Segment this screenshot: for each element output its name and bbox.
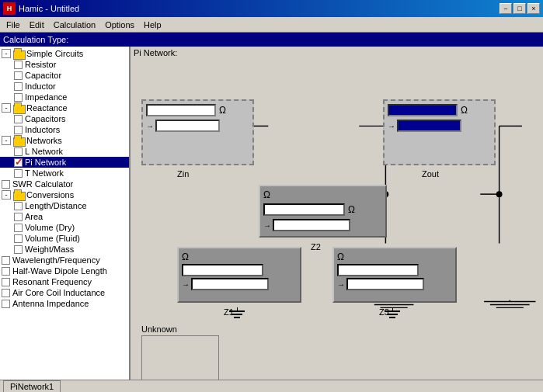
z3-input-2[interactable] — [346, 278, 424, 290]
checkbox-icon[interactable] — [14, 234, 23, 243]
tree-conversions[interactable]: - Conversions — [0, 189, 129, 200]
tree-resonant[interactable]: Resonant Frequency — [0, 276, 129, 287]
arrow-icon: → — [182, 280, 190, 289]
tree-weight[interactable]: Weight/Mass — [0, 244, 129, 255]
ohm-label: Ω — [219, 105, 226, 116]
menu-calculation[interactable]: Calculation — [49, 19, 100, 31]
checkbox-icon[interactable] — [14, 93, 23, 102]
unknown-label: Unknown — [141, 324, 177, 334]
checkbox-icon[interactable] — [14, 61, 23, 69]
tree-label: Wavelength/Frequency — [12, 255, 100, 265]
tree-t-network[interactable]: T Network — [0, 168, 129, 179]
tab-pinetwork1[interactable]: PiNetwork1 — [3, 380, 61, 392]
checkbox-icon[interactable] — [14, 71, 23, 80]
tree-volume-dry[interactable]: Volume (Dry) — [0, 222, 129, 233]
tree-label: Capacitor — [25, 71, 61, 80]
tree-reactance[interactable]: - Reactance — [0, 102, 129, 113]
ohm-label-2: Ω — [348, 204, 355, 215]
tree-air-core[interactable]: Air Core Coil Inductance — [0, 287, 129, 298]
zout-input-1[interactable] — [388, 104, 458, 116]
tree-label: SWR Calculator — [12, 179, 73, 189]
arrow-icon: → — [263, 221, 271, 230]
tree-area[interactable]: Area — [0, 211, 129, 222]
zin-input-1[interactable] — [146, 104, 216, 116]
tree-swr[interactable]: SWR Calculator — [0, 179, 129, 189]
checkbox-icon[interactable] — [2, 267, 10, 276]
checkbox-icon[interactable] — [2, 180, 10, 189]
checkbox-icon[interactable] — [2, 289, 10, 297]
menu-help[interactable]: Help — [139, 19, 166, 31]
z2-input-1[interactable] — [263, 203, 345, 216]
arrow-icon: → — [388, 122, 395, 130]
expand-icon[interactable]: - — [2, 103, 11, 113]
checkbox-icon[interactable] — [2, 256, 10, 265]
expand-icon[interactable]: - — [2, 136, 11, 145]
zout-input-2[interactable] — [397, 120, 461, 132]
app-icon: H — [3, 2, 16, 15]
tree-label: L Network — [25, 147, 63, 156]
z1-input-2[interactable] — [191, 278, 269, 290]
tree-wavelength[interactable]: Wavelength/Frequency — [0, 255, 129, 265]
menu-bar: File Edit Calculation Options Help — [0, 17, 543, 33]
menu-file[interactable]: File — [2, 19, 25, 31]
menu-edit[interactable]: Edit — [25, 19, 49, 31]
tree-label: Capacitors — [25, 114, 66, 123]
tree-label: Length/Distance — [25, 201, 87, 210]
checkbox-icon[interactable] — [2, 300, 10, 308]
tree-capacitors[interactable]: Capacitors — [0, 113, 129, 124]
checkbox-icon[interactable]: ✓ — [14, 158, 23, 167]
tree-inductor[interactable]: Inductor — [0, 81, 129, 92]
checkbox-icon[interactable] — [14, 126, 23, 134]
tree-impedance[interactable]: Impedance — [0, 92, 129, 102]
left-panel: - Simple Circuits Resistor Capacitor Ind… — [0, 47, 131, 380]
expand-icon[interactable]: - — [2, 190, 11, 199]
z3-input-1[interactable] — [337, 264, 419, 276]
z1-input-1[interactable] — [182, 264, 263, 276]
zout-box: Ω → — [383, 99, 496, 165]
checkbox-icon[interactable] — [14, 202, 23, 210]
tree-capacitor[interactable]: Capacitor — [0, 70, 129, 81]
tree-label: Pi Network — [25, 158, 66, 167]
close-button[interactable]: × — [527, 3, 540, 14]
tree-length[interactable]: Length/Distance — [0, 200, 129, 211]
tree-label: Volume (Dry) — [25, 223, 75, 232]
checkbox-icon[interactable] — [14, 224, 23, 232]
checkbox-icon[interactable] — [14, 147, 23, 156]
tree-l-network[interactable]: L Network — [0, 146, 129, 157]
maximize-button[interactable]: □ — [513, 3, 526, 14]
zin-input-2[interactable] — [155, 120, 220, 132]
folder-icon — [13, 191, 24, 199]
menu-options[interactable]: Options — [100, 19, 139, 31]
z2-label: Z2 — [311, 242, 321, 252]
ohm-label: Ω — [461, 105, 468, 116]
zout-label: Zout — [422, 169, 439, 179]
checkbox-icon[interactable] — [14, 82, 23, 91]
tree-antenna[interactable]: Antenna Impedance — [0, 298, 129, 309]
tree-label: Inductors — [25, 125, 60, 134]
z2-input-2[interactable] — [273, 219, 350, 231]
tree-label: Reactance — [26, 103, 68, 113]
tree-simple-circuits[interactable]: - Simple Circuits — [0, 48, 129, 59]
z3-box: Ω → — [332, 247, 457, 303]
tree-label: Air Core Coil Inductance — [12, 288, 105, 297]
minimize-button[interactable]: − — [499, 3, 512, 14]
checkbox-icon[interactable] — [14, 245, 23, 254]
tree-label: Half-Wave Dipole Length — [12, 266, 107, 276]
expand-icon[interactable]: - — [2, 49, 11, 58]
tree-resistor[interactable]: Resistor — [0, 59, 129, 70]
tree-networks[interactable]: - Networks — [0, 135, 129, 146]
tree-volume-fluid[interactable]: Volume (Fluid) — [0, 233, 129, 244]
tree-inductors[interactable]: Inductors — [0, 124, 129, 135]
zin-label: Zin — [177, 169, 189, 179]
tree-label: T Network — [25, 168, 64, 178]
checkbox-icon[interactable] — [14, 213, 23, 221]
tree-half-wave[interactable]: Half-Wave Dipole Length — [0, 265, 129, 276]
tree-pi-network[interactable]: ✓ Pi Network — [0, 157, 129, 168]
tree-label: Resonant Frequency — [12, 277, 92, 286]
checkbox-icon[interactable] — [2, 278, 10, 286]
checkbox-icon[interactable] — [14, 169, 23, 178]
folder-icon — [13, 137, 24, 145]
calc-type-bar: Calculation Type: — [0, 33, 543, 47]
right-panel: Pi Network: — [131, 47, 543, 380]
checkbox-icon[interactable] — [14, 115, 23, 123]
